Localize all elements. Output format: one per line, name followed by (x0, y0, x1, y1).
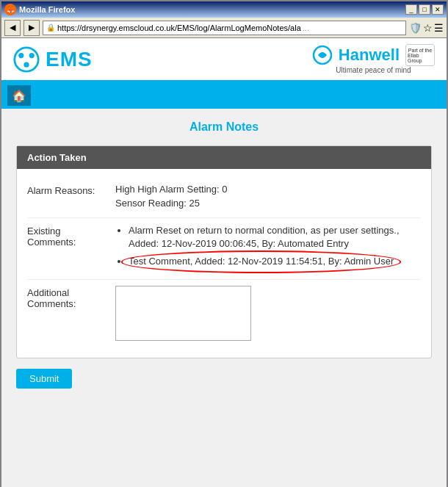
minimize-button[interactable]: _ (405, 4, 417, 15)
shield-icon: 🛡️ (409, 22, 422, 34)
bookmark-icon[interactable]: ☆ (423, 22, 433, 34)
forward-button[interactable]: ▶ (24, 20, 40, 36)
window-controls: _ □ ✕ (405, 4, 444, 15)
address-bar[interactable]: 🔒 https://drsynergy.emscloud.co.uk/EMS/l… (43, 21, 406, 35)
svg-point-0 (15, 47, 38, 71)
firefox-icon: 🦊 (4, 4, 16, 15)
nav-bar: 🏠 (1, 82, 447, 109)
browser-title: Mozilla Firefox (19, 5, 75, 14)
additional-comments-input[interactable] (115, 286, 251, 341)
svg-point-1 (18, 53, 24, 58)
url-text: https://drsynergy.emscloud.co.uk/EMS/log… (57, 24, 301, 32)
alarm-reasons-row: Alarm Reasons: High High Alarm Setting: … (27, 178, 421, 218)
alarm-reason-2: Sensor Reading: 25 (115, 198, 421, 209)
card-header: Action Taken (17, 146, 431, 169)
ellab-line2: Ellab Group (408, 53, 433, 63)
menu-icon[interactable]: ☰ (434, 22, 444, 34)
logo-text: EMS (46, 48, 93, 71)
highlighted-comment: Test Comment, Added: 12-Nov-2019 11:54:5… (129, 255, 394, 268)
existing-comments-value: Alarm Reset on return to normal conditio… (115, 224, 421, 273)
alarm-reasons-label: Alarm Reasons: (27, 184, 115, 212)
comment-2-text: Test Comment, Added: 12-Nov-2019 11:54:5… (129, 256, 394, 267)
title-bar: 🦊 Mozilla Firefox _ □ ✕ (1, 1, 447, 18)
hanwell-logo: Hanwell Part of the Ellab Group Ultimate… (312, 44, 435, 74)
site-header: EMS Hanwell Part of the Ellab Group Ulti… (1, 38, 447, 82)
alarm-reason-1: High High Alarm Setting: 0 (115, 184, 421, 195)
existing-comments-row: ExistingComments: Alarm Reset on return … (27, 218, 421, 280)
browser-toolbar: ◀ ▶ 🔒 https://drsynergy.emscloud.co.uk/E… (1, 18, 447, 38)
hanwell-brand: Hanwell Part of the Ellab Group (312, 44, 435, 66)
hanwell-icon (312, 45, 333, 65)
ems-logo-icon (13, 46, 40, 73)
comment-item-2: Test Comment, Added: 12-Nov-2019 11:54:5… (129, 255, 421, 268)
submit-button[interactable]: Submit (16, 369, 72, 389)
ellab-badge: Part of the Ellab Group (405, 44, 435, 66)
comment-list: Alarm Reset on return to normal conditio… (115, 224, 421, 269)
hanwell-tagline: Ultimate peace of mind (336, 66, 411, 74)
url-suffix: ... (303, 24, 309, 32)
toolbar-right: 🛡️ ☆ ☰ (409, 22, 444, 34)
lock-icon: 🔒 (46, 24, 55, 32)
alarm-reasons-value: High High Alarm Setting: 0 Sensor Readin… (115, 184, 421, 212)
hanwell-name: Hanwell (339, 46, 400, 65)
maximize-button[interactable]: □ (419, 4, 430, 15)
main-content: Alarm Notes Action Taken Alarm Reasons: … (1, 109, 447, 400)
additional-comments-label: AdditionalComments: (27, 286, 115, 343)
logo-area: EMS (13, 46, 93, 73)
comment-item-1: Alarm Reset on return to normal conditio… (129, 224, 421, 250)
svg-point-2 (29, 53, 35, 58)
page-title: Alarm Notes (16, 120, 432, 134)
additional-comments-value (115, 286, 421, 343)
svg-point-3 (24, 62, 29, 67)
home-button[interactable]: 🏠 (7, 85, 31, 106)
existing-comments-label: ExistingComments: (27, 224, 115, 273)
page-content: EMS Hanwell Part of the Ellab Group Ulti… (1, 38, 447, 487)
close-button[interactable]: ✕ (432, 4, 444, 15)
browser-window: 🦊 Mozilla Firefox _ □ ✕ ◀ ▶ 🔒 https://dr… (0, 0, 448, 487)
back-button[interactable]: ◀ (4, 20, 21, 36)
ellab-line1: Part of the (408, 48, 432, 53)
additional-comments-row: AdditionalComments: (27, 280, 421, 349)
action-taken-card: Action Taken Alarm Reasons: High High Al… (16, 145, 432, 358)
card-body: Alarm Reasons: High High Alarm Setting: … (17, 169, 431, 358)
